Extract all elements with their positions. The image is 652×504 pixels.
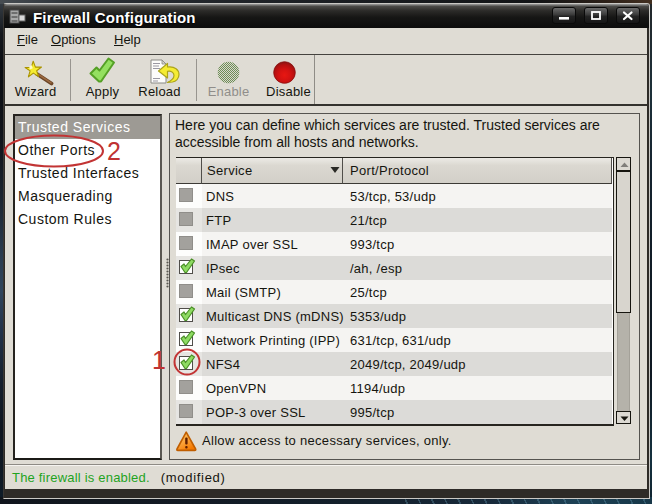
svg-text:1: 1 (152, 346, 166, 374)
svg-text:2: 2 (107, 137, 121, 165)
